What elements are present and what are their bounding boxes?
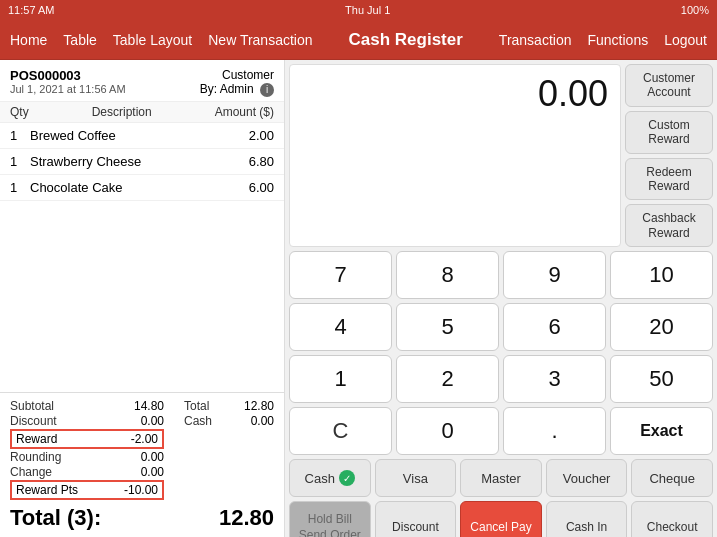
num-20[interactable]: 20 — [610, 303, 713, 351]
action-row-1: Hold BillSend Order Discount Cancel Pay … — [289, 501, 713, 537]
subtotal-label: Subtotal — [10, 399, 54, 413]
col-desc: Description — [92, 105, 152, 119]
discount-button[interactable]: Discount — [375, 501, 457, 537]
bill-date: Jul 1, 2021 at 11:56 AM — [10, 83, 126, 95]
status-bar: 11:57 AM Thu Jul 1 100% — [0, 0, 717, 20]
num-10[interactable]: 10 — [610, 251, 713, 299]
nav-transaction[interactable]: Transaction — [499, 32, 572, 48]
num-6[interactable]: 6 — [503, 303, 606, 351]
info-icon[interactable]: i — [260, 83, 274, 97]
left-panel: POS000003 Jul 1, 2021 at 11:56 AM Custom… — [0, 60, 285, 537]
reward-pts-row: Reward Pts-10.00 — [10, 480, 164, 500]
redeem-reward-button[interactable]: RedeemReward — [625, 158, 713, 201]
subtotal-value: 14.80 — [134, 399, 164, 413]
payment-row: Cash ✓ Visa Master Voucher Cheque — [289, 459, 713, 497]
num-dot[interactable]: . — [503, 407, 606, 455]
num-2[interactable]: 2 — [396, 355, 499, 403]
nav-home[interactable]: Home — [10, 32, 47, 48]
pay-cheque[interactable]: Cheque — [631, 459, 713, 497]
display-row: 0.00 CustomerAccount CustomReward Redeem… — [289, 64, 713, 247]
cancel-pay-button[interactable]: Cancel Pay — [460, 501, 542, 537]
num-5[interactable]: 5 — [396, 303, 499, 351]
nav-bar: Home Table Table Layout New Transaction … — [0, 20, 717, 60]
num-9[interactable]: 9 — [503, 251, 606, 299]
num-7[interactable]: 7 — [289, 251, 392, 299]
num-50[interactable]: 50 — [610, 355, 713, 403]
total-line-value: 12.80 — [219, 505, 274, 531]
col-amount: Amount ($) — [215, 105, 274, 119]
status-day: Thu Jul 1 — [345, 4, 390, 16]
bill-col-header: Qty Description Amount ($) — [0, 102, 284, 123]
pay-cash[interactable]: Cash ✓ — [289, 459, 371, 497]
checkout-button[interactable]: Checkout — [631, 501, 713, 537]
num-3[interactable]: 3 — [503, 355, 606, 403]
num-4[interactable]: 4 — [289, 303, 392, 351]
numpad: 7 8 9 10 4 5 6 20 1 2 3 50 C 0 . Exact — [289, 251, 713, 455]
pay-voucher[interactable]: Voucher — [546, 459, 628, 497]
pay-master[interactable]: Master — [460, 459, 542, 497]
right-panel: 0.00 CustomerAccount CustomReward Redeem… — [285, 60, 717, 537]
total-line-label: Total (3): — [10, 505, 101, 531]
pay-visa[interactable]: Visa — [375, 459, 457, 497]
main-content: POS000003 Jul 1, 2021 at 11:56 AM Custom… — [0, 60, 717, 537]
status-time: 11:57 AM — [8, 4, 54, 16]
nav-logout[interactable]: Logout — [664, 32, 707, 48]
display-screen: 0.00 — [289, 64, 621, 247]
num-8[interactable]: 8 — [396, 251, 499, 299]
num-clear[interactable]: C — [289, 407, 392, 455]
nav-functions[interactable]: Functions — [587, 32, 648, 48]
nav-left: Home Table Table Layout New Transaction — [10, 32, 313, 48]
total-row: Total (3): 12.80 — [10, 505, 274, 531]
num-1[interactable]: 1 — [289, 355, 392, 403]
cashback-reward-button[interactable]: CashbackReward — [625, 204, 713, 247]
check-icon: ✓ — [339, 470, 355, 486]
bill-customer: Customer By: Admin i — [200, 68, 274, 97]
side-buttons: CustomerAccount CustomReward RedeemRewar… — [625, 64, 713, 247]
bill-footer: Subtotal14.80 Discount0.00 Reward-2.00 R… — [0, 392, 284, 537]
nav-table-layout[interactable]: Table Layout — [113, 32, 192, 48]
bill-item-3: 1 Chocolate Cake 6.00 — [0, 175, 284, 201]
col-qty: Qty — [10, 105, 29, 119]
status-battery: 100% — [681, 4, 709, 16]
nav-table[interactable]: Table — [63, 32, 96, 48]
nav-right: Transaction Functions Logout — [499, 32, 707, 48]
num-0[interactable]: 0 — [396, 407, 499, 455]
bill-header: POS000003 Jul 1, 2021 at 11:56 AM Custom… — [0, 60, 284, 102]
bill-items: 1 Brewed Coffee 2.00 1 Strawberry Cheese… — [0, 123, 284, 393]
cash-in-button[interactable]: Cash In — [546, 501, 628, 537]
bill-item-1: 1 Brewed Coffee 2.00 — [0, 123, 284, 149]
reward-row: Reward-2.00 — [10, 429, 164, 449]
bill-item-2: 1 Strawberry Cheese 6.80 — [0, 149, 284, 175]
nav-new-transaction[interactable]: New Transaction — [208, 32, 312, 48]
customer-account-button[interactable]: CustomerAccount — [625, 64, 713, 107]
custom-reward-button[interactable]: CustomReward — [625, 111, 713, 154]
num-exact[interactable]: Exact — [610, 407, 713, 455]
hold-bill-button[interactable]: Hold BillSend Order — [289, 501, 371, 537]
pos-number: POS000003 — [10, 68, 126, 83]
nav-title: Cash Register — [313, 30, 499, 50]
